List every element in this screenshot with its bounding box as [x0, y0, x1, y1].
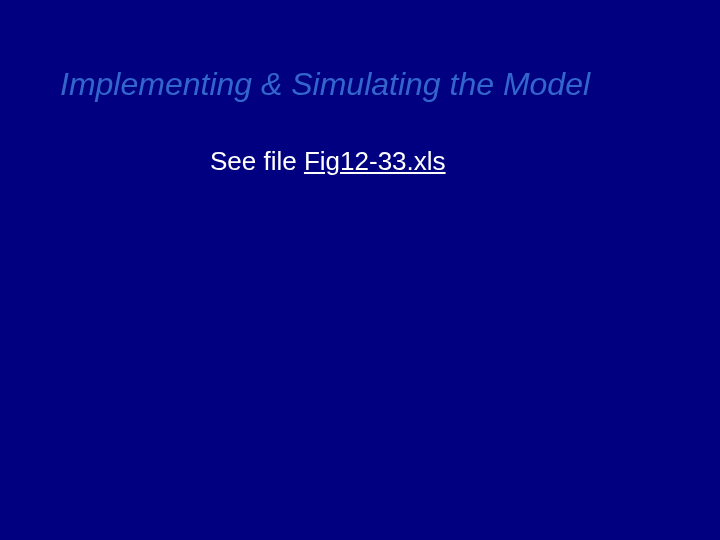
slide-body: See file Fig12-33.xls [210, 146, 446, 177]
slide-title: Implementing & Simulating the Model [60, 66, 590, 103]
file-link[interactable]: Fig12-33.xls [304, 146, 446, 176]
body-prefix: See file [210, 146, 304, 176]
slide: Implementing & Simulating the Model See … [0, 0, 720, 540]
